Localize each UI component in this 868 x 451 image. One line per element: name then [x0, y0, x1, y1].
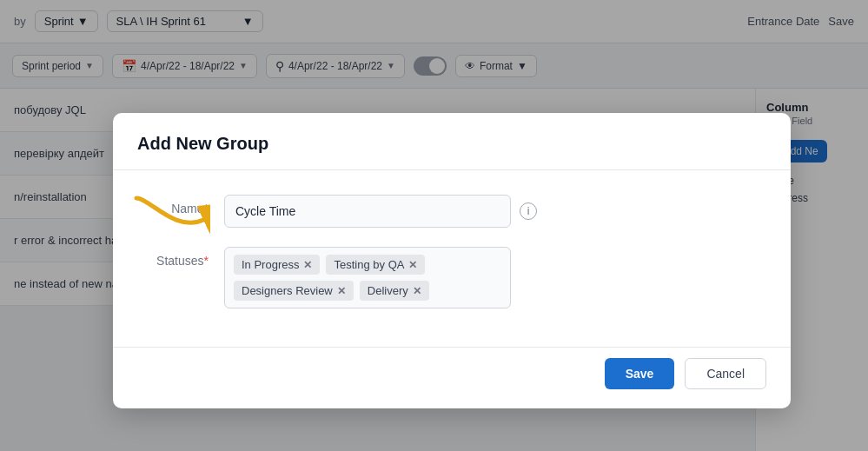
name-input[interactable] — [224, 195, 511, 228]
status-delivery-label: Delivery — [368, 284, 408, 297]
statuses-label: Statuses* — [137, 247, 224, 268]
statuses-box: In Progress ✕ Testing by QA ✕ Designers … — [224, 247, 511, 308]
dialog-body: Name* i Statuses* In Progress ✕ Testing … — [113, 170, 791, 347]
add-new-group-dialog: Add New Group Name* i Statuses* In Progr… — [113, 113, 791, 408]
status-designers-review-label: Designers Review — [242, 284, 333, 297]
remove-testing-by-qa-button[interactable]: ✕ — [408, 259, 417, 271]
dialog-title: Add New Group — [137, 134, 766, 154]
status-tag-designers-review: Designers Review ✕ — [234, 281, 354, 301]
remove-designers-review-button[interactable]: ✕ — [337, 285, 346, 297]
status-in-progress-label: In Progress — [242, 258, 299, 271]
cancel-button[interactable]: Cancel — [685, 358, 766, 389]
dialog-footer: Save Cancel — [113, 347, 791, 408]
status-tag-delivery: Delivery ✕ — [360, 281, 429, 301]
status-tag-in-progress: In Progress ✕ — [234, 255, 320, 275]
remove-delivery-button[interactable]: ✕ — [413, 285, 421, 297]
statuses-required-star: * — [204, 254, 209, 268]
name-form-row: Name* i — [137, 195, 766, 228]
statuses-form-row: Statuses* In Progress ✕ Testing by QA ✕ … — [137, 247, 766, 308]
status-tag-testing-by-qa: Testing by QA ✕ — [326, 255, 425, 275]
arrow-icon — [132, 189, 210, 242]
save-button[interactable]: Save — [605, 358, 675, 389]
remove-in-progress-button[interactable]: ✕ — [303, 259, 312, 271]
status-testing-by-qa-label: Testing by QA — [334, 258, 404, 271]
dialog-header: Add New Group — [113, 113, 791, 170]
arrow-pointer — [132, 189, 210, 242]
info-icon[interactable]: i — [520, 202, 537, 220]
